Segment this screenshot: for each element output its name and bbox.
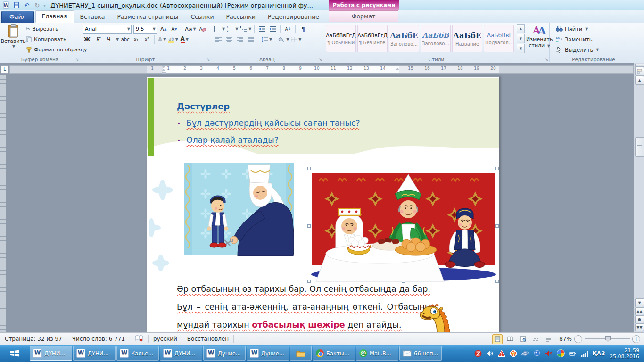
selection-handle-e[interactable] — [495, 224, 499, 228]
style-normal[interactable]: АаБбВвГгД ¶ Обычный — [326, 25, 356, 52]
scroll-thumb[interactable] — [635, 137, 644, 157]
zoom-percent[interactable]: 87% — [556, 336, 572, 342]
styles-gallery-expand[interactable]: ▼̱ — [517, 44, 525, 53]
sort-button[interactable]: А↓ — [283, 25, 292, 34]
style-title[interactable]: АаБбЕ Название — [452, 25, 482, 52]
paste-button[interactable]: Вставить ▼ — [2, 24, 24, 54]
bold-button[interactable]: Ж — [83, 35, 91, 44]
taskbar-word-4[interactable]: WДҮНИ... — [160, 346, 202, 361]
network-signal-tray-icon[interactable] — [581, 350, 588, 357]
select-browse-object-button[interactable]: ● — [635, 315, 644, 323]
align-right-button[interactable] — [235, 35, 244, 44]
taskbar-word-6[interactable]: WДүние... — [247, 346, 289, 361]
grow-font-button[interactable]: А▲ — [159, 25, 168, 34]
decrease-indent-button[interactable] — [257, 25, 266, 34]
zoom-slider-thumb[interactable] — [605, 336, 611, 342]
strikethrough-button[interactable]: abc — [121, 35, 130, 44]
justify-button[interactable] — [246, 35, 255, 44]
font-size-combo[interactable]: 9,5▼ — [133, 25, 157, 34]
status-page-number[interactable]: Страница: 32 из 97 — [0, 335, 67, 343]
status-recovered[interactable]: Восстановлен — [182, 335, 234, 343]
vertical-ruler[interactable] — [0, 75, 6, 332]
selection-handle-se[interactable] — [495, 280, 499, 283]
text-effects-button[interactable]: А▼ — [157, 35, 166, 44]
volume-tray-icon[interactable] — [486, 350, 494, 357]
align-center-button[interactable] — [224, 35, 233, 44]
illustration-tusau-kesu[interactable] — [177, 161, 300, 258]
view-fullscreen-reading-button[interactable] — [505, 334, 515, 344]
clock[interactable]: 21:59 25.08.2016 — [610, 347, 641, 360]
tab-format[interactable]: Формат — [329, 10, 398, 22]
font-family-combo[interactable]: Arial▼ — [83, 25, 132, 34]
selection-handle-sw[interactable] — [307, 280, 311, 283]
notifier-tray-icon[interactable] — [533, 350, 541, 357]
style-heading1[interactable]: АаБбЕ Заголово... — [389, 25, 419, 52]
sphere-tray-icon[interactable] — [557, 349, 565, 357]
borders-button[interactable]: ▼ — [291, 35, 301, 44]
scroll-down-button[interactable]: ▼ — [635, 298, 644, 307]
taskbar-word-1[interactable]: WДҮНИ... — [30, 346, 72, 361]
zoom-in-button[interactable]: + — [632, 335, 640, 343]
view-web-layout-button[interactable] — [518, 334, 528, 344]
selection-handle-n[interactable] — [402, 167, 405, 170]
illustration-family-dastarkhan[interactable] — [309, 169, 498, 282]
subscript-button[interactable]: x₂ — [132, 35, 140, 44]
doc-bullet-1[interactable]: •Бұл дәстүрлердің қайсысы саған таныс? — [177, 118, 360, 128]
doc-heading[interactable]: Дәстүрлер — [177, 101, 230, 111]
superscript-button[interactable]: x² — [142, 35, 151, 44]
document-page[interactable]: Дәстүрлер •Бұл дәстүрлердің қайсысы саға… — [146, 76, 499, 332]
indent-marker-left[interactable] — [162, 66, 166, 73]
tab-page-layout[interactable]: Разметка страницы — [111, 11, 185, 23]
taskbar-word-5[interactable]: WДүние... — [203, 346, 246, 361]
align-left-button[interactable] — [214, 35, 223, 44]
doc-paragraph-line1[interactable]: Әр отбасының өз тарихы бар. Ол сенің отб… — [177, 284, 430, 294]
highlight-button[interactable]: ab▼ — [168, 35, 178, 44]
view-outline-button[interactable] — [530, 334, 541, 344]
line-spacing-button[interactable]: ▼ — [261, 35, 272, 44]
taskbar-word-3[interactable]: WКалье... — [116, 346, 159, 361]
flower-tray-icon[interactable] — [510, 350, 517, 357]
styles-dialog-launcher[interactable]: ↘ — [545, 58, 548, 62]
underline-button[interactable]: Ч — [104, 35, 113, 44]
planet-tray-icon[interactable] — [521, 350, 529, 357]
language-indicator[interactable]: ҚАЗ — [593, 350, 605, 357]
muted-speaker-tray-icon[interactable] — [545, 350, 553, 357]
status-word-count[interactable]: Число слов: 6 771 — [67, 335, 130, 343]
selection-handle-w[interactable] — [307, 224, 311, 228]
tab-file[interactable]: Файл — [1, 11, 34, 23]
italic-button[interactable]: К — [93, 35, 102, 44]
battery-tray-icon[interactable] — [569, 350, 577, 357]
styles-scroll-down[interactable]: ▼ — [517, 34, 525, 43]
font-color-button[interactable]: А▼ — [180, 35, 189, 44]
taskbar-mailru-agent[interactable]: @Mail.R... — [356, 346, 398, 361]
zona-tray-icon[interactable] — [474, 350, 482, 357]
change-case-button[interactable]: Аа▼ — [185, 25, 196, 34]
underline-caret-icon[interactable]: ▼ — [116, 37, 119, 41]
replace-button[interactable]: abac Заменить — [556, 35, 635, 44]
doc-paragraph-line3[interactable]: мұндай тарихын отбасылық шежіре деп атай… — [177, 320, 402, 329]
style-heading2[interactable]: АаБбВ Заголово... — [421, 25, 451, 52]
tab-stop-selector[interactable]: L — [1, 65, 8, 74]
next-page-button[interactable]: ▼▼ — [635, 323, 644, 331]
word-app-icon[interactable]: W — [2, 1, 10, 9]
selection-handle-ne[interactable] — [495, 167, 499, 170]
tab-references[interactable]: Ссылки — [184, 11, 220, 23]
ruler-toggle-button[interactable] — [635, 67, 644, 76]
increase-indent-button[interactable] — [268, 25, 277, 34]
shrink-font-button[interactable]: А▼ — [170, 25, 179, 34]
zoom-out-button[interactable]: − — [574, 335, 582, 343]
styles-scroll-up[interactable]: ▲ — [517, 24, 525, 33]
selection-handle-nw[interactable] — [307, 167, 311, 170]
undo-button[interactable]: ↶ — [23, 1, 31, 9]
tab-home[interactable]: Главная — [35, 10, 74, 23]
cut-button[interactable]: ✂ Вырезать — [26, 25, 87, 33]
select-button[interactable]: Выделить▼ — [556, 45, 635, 54]
view-draft-button[interactable] — [543, 334, 553, 344]
taskbar-chrome[interactable]: Бакты... — [313, 346, 355, 361]
save-button[interactable] — [12, 1, 21, 9]
view-print-layout-button[interactable] — [492, 334, 503, 344]
vertical-scrollbar[interactable]: ▲ ▼ ▲▲ ● ▼▼ — [634, 63, 644, 332]
tab-insert[interactable]: Вставка — [74, 11, 111, 23]
repeat-button[interactable]: ↻ — [33, 1, 41, 9]
shading-button[interactable]: ▼ — [278, 35, 289, 44]
